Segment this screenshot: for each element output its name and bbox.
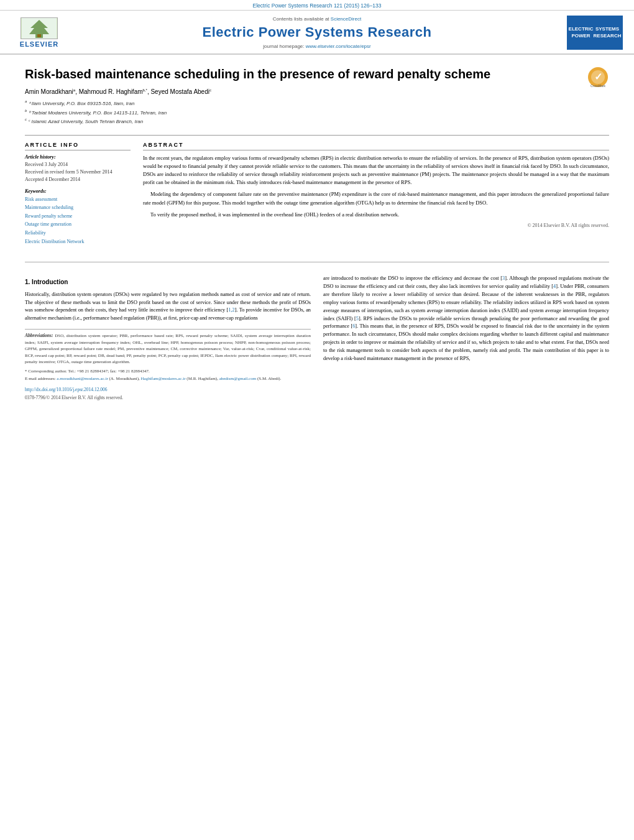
svg-rect-2 xyxy=(37,34,41,37)
issn-line: 0378-7796/© 2014 Elsevier B.V. All right… xyxy=(25,394,311,401)
abstract-heading: ABSTRACT xyxy=(143,142,609,150)
affiliations: a ᵃ Ilam University, P.O. Box 69315-516,… xyxy=(25,99,609,126)
keywords-list: Risk assessment Maintenance scheduling R… xyxy=(25,195,131,246)
abstract-text: In the recent years, the regulators empl… xyxy=(143,154,609,219)
journal-header: ELSEVIER Contents lists available at Sci… xyxy=(0,11,634,55)
journal-reference: Electric Power Systems Research 121 (201… xyxy=(253,2,382,9)
keywords-label: Keywords: xyxy=(25,188,131,194)
svg-text:✓: ✓ xyxy=(594,72,602,82)
elsevier-logo: ELSEVIER xyxy=(11,16,67,50)
affiliation-c: c ᶜ Islamic Azad University, South Tehra… xyxy=(25,117,609,126)
sciencedirect-link[interactable]: ScienceDirect xyxy=(331,16,361,22)
footnote-section: Abbreviations: DSO, distribution system … xyxy=(25,329,311,401)
article-info-panel: ARTICLE INFO Article history: Received 3… xyxy=(25,142,131,251)
intro-para-left: Historically, distribution system operat… xyxy=(25,291,311,323)
journal-logo-right: ELECTRIC POWER SYSTEMS RESEARCH xyxy=(567,16,623,50)
author1: Amin Moradkhani xyxy=(25,88,73,95)
ref-6[interactable]: 6 xyxy=(352,323,355,329)
svg-text:CrossMark: CrossMark xyxy=(590,84,606,88)
body-right-col: are introduced to motivate the DSO to im… xyxy=(323,275,609,401)
journal-center-info: Contents lists available at ScienceDirec… xyxy=(67,16,567,48)
keyword-4: Outage time generation xyxy=(25,220,131,229)
ref-4[interactable]: 4 xyxy=(553,284,556,289)
email2-link[interactable]: Haghifam@modares.ac.ir xyxy=(140,376,185,381)
author2: Mahmoud R. Haghifam xyxy=(79,88,143,95)
top-banner: Electric Power Systems Research 121 (201… xyxy=(0,0,634,11)
keywords-section: Keywords: Risk assessment Maintenance sc… xyxy=(25,188,131,246)
ref-5[interactable]: 5 xyxy=(356,316,359,321)
ref-1[interactable]: 1,2 xyxy=(228,307,234,313)
body-left-col: 1. Introduction Historically, distributi… xyxy=(25,275,311,401)
corresponding-note: * Corresponding author. Tel.: +98 21 828… xyxy=(25,368,311,375)
homepage-line: journal homepage: www.elsevier.com/locat… xyxy=(67,44,567,49)
abstract-panel: ABSTRACT In the recent years, the regula… xyxy=(143,142,609,251)
keyword-1: Risk assessment xyxy=(25,195,131,204)
email-block: E-mail addresses: a.moradkhani@modares.a… xyxy=(25,376,311,382)
intro-para-right: are introduced to motivate the DSO to im… xyxy=(323,275,609,362)
received-revised-date: Received in revised form 5 November 2014 xyxy=(25,168,131,176)
contents-available-line: Contents lists available at ScienceDirec… xyxy=(67,16,567,22)
page: Electric Power Systems Research 121 (201… xyxy=(0,0,634,840)
keyword-5: Reliability xyxy=(25,229,131,238)
abstract-para-2: Modeling the dependency of component fai… xyxy=(143,190,609,206)
abbreviations-block: Abbreviations: DSO, distribution system … xyxy=(25,332,311,366)
abstract-para-3: To verify the proposed method, it was im… xyxy=(143,211,609,219)
email1-link[interactable]: a.moradkhani@modares.ac.ir xyxy=(57,376,108,381)
affiliation-b: b ᵇ Tarbiat Modares University, P.O. Box… xyxy=(25,108,609,117)
abbrev-label: Abbreviations: xyxy=(25,333,53,338)
authors-line: Amin Moradkhania, Mahmoud R. Haghifamb,*… xyxy=(25,88,609,95)
paper-title: Risk-based maintenance scheduling in the… xyxy=(25,66,609,82)
ref-3[interactable]: 3 xyxy=(502,275,505,281)
journal-title: Electric Power Systems Research xyxy=(67,24,567,40)
history-label: Article history: xyxy=(25,154,131,160)
elsevier-text-label: ELSEVIER xyxy=(20,40,58,48)
keyword-3: Reward penalty scheme xyxy=(25,212,131,221)
email3-link[interactable]: abedism@gmail.com xyxy=(219,376,257,381)
article-info-abstract-section: ARTICLE INFO Article history: Received 3… xyxy=(25,135,609,251)
body-two-col: 1. Introduction Historically, distributi… xyxy=(0,275,634,401)
section-divider xyxy=(25,262,609,262)
received-date: Received 3 July 2014 xyxy=(25,161,131,168)
keyword-6: Electric Distribution Network xyxy=(25,238,131,246)
article-info-heading: ARTICLE INFO xyxy=(25,142,131,150)
introduction-heading: 1. Introduction xyxy=(25,277,311,287)
accepted-date: Accepted 4 December 2014 xyxy=(25,176,131,183)
crossmark-container: ✓ CrossMark xyxy=(587,66,609,90)
copyright-line: © 2014 Elsevier B.V. All rights reserved… xyxy=(143,223,609,228)
crossmark-icon: ✓ CrossMark xyxy=(587,66,609,88)
elsevier-tree-image xyxy=(21,17,58,39)
main-content: ✓ CrossMark Risk-based maintenance sched… xyxy=(0,55,634,275)
article-history: Article history: Received 3 July 2014 Re… xyxy=(25,154,131,183)
abstract-para-1: In the recent years, the regulators empl… xyxy=(143,154,609,187)
abbrev-text: DSO, distribution system operator; PBR, … xyxy=(25,333,311,364)
keyword-2: Maintenance scheduling xyxy=(25,203,131,212)
author3: Seyed Mostafa Abedi xyxy=(150,88,209,95)
homepage-url[interactable]: www.elsevier.com/locate/epsr xyxy=(306,44,371,49)
doi-line[interactable]: http://dx.doi.org/10.1016/j.epsr.2014.12… xyxy=(25,386,311,393)
affiliation-a: a ᵃ Ilam University, P.O. Box 69315-516,… xyxy=(25,99,609,108)
